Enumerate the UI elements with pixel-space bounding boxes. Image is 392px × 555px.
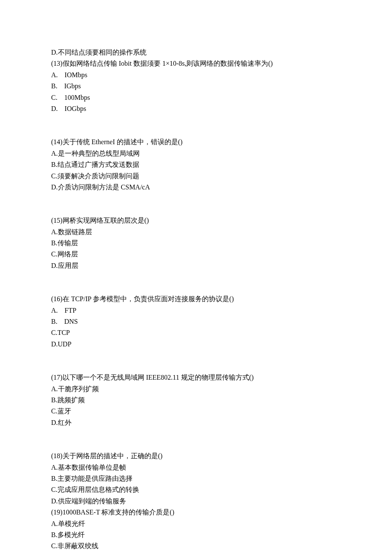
text-line: (18)关于网络层的描述中，正确的是() bbox=[51, 450, 341, 462]
blank-gap bbox=[51, 193, 341, 215]
text-line: A.干脆序列扩频 bbox=[51, 384, 341, 395]
text-line: B.多模光纤 bbox=[51, 529, 341, 540]
text-line: C.须要解决介质访问限制问题 bbox=[51, 171, 341, 182]
text-line: C.TCP bbox=[51, 327, 341, 338]
text-line: (13)假如网络结点传输 Iobit 数据须要 1×10-8s,则该网络的数据传… bbox=[51, 58, 341, 69]
text-line: D.不同结点须要相同的操作系统 bbox=[51, 47, 341, 58]
text-line: B.跳频扩频 bbox=[51, 395, 341, 406]
text-line: C.网络层 bbox=[51, 249, 341, 260]
text-line: (14)关于传统 EtherneI 的描述中，错误的是() bbox=[51, 137, 341, 148]
text-line: B.传输层 bbox=[51, 238, 341, 249]
text-line: A. FTP bbox=[51, 305, 341, 316]
blank-gap bbox=[51, 114, 341, 137]
text-line: C. 100Mbps bbox=[51, 92, 341, 103]
text-line: (19)1000BASE-T 标准支持的传输介质是() bbox=[51, 507, 341, 518]
text-line: D.红外 bbox=[51, 417, 341, 428]
text-line: D.介质访问限制方法是 CSMA/cA bbox=[51, 182, 341, 193]
text-line: A.数据链路层 bbox=[51, 227, 341, 238]
text-line: (15)网桥实现网络互联的层次是() bbox=[51, 215, 341, 226]
text-line: B.主要功能是供应路由选择 bbox=[51, 473, 341, 484]
text-line: D.应用层 bbox=[51, 260, 341, 271]
text-line: B. DNS bbox=[51, 316, 341, 327]
text-line: A.是一种典型的总线型局域网 bbox=[51, 148, 341, 159]
text-line: A.单模光纤 bbox=[51, 518, 341, 529]
blank-gap bbox=[51, 271, 341, 293]
text-line: (16)在 TCP/IP 参考模型中，负责供应面对连接服务的协议是() bbox=[51, 293, 341, 305]
text-line: B. IGbps bbox=[51, 81, 341, 92]
blank-gap bbox=[51, 428, 341, 450]
text-line: (17)以下哪一个不是无线局域网 IEEE802.11 规定的物理层传输方式() bbox=[51, 372, 341, 383]
text-line: B.结点通过广播方式发送数据 bbox=[51, 159, 341, 170]
blank-gap bbox=[51, 350, 341, 372]
text-line: A. IOMbps bbox=[51, 70, 341, 81]
text-line: C.完成应用层信息格式的转换 bbox=[51, 484, 341, 495]
text-line: D. IOGbps bbox=[51, 103, 341, 114]
text-line: A.基本数据传输单位是帧 bbox=[51, 462, 341, 473]
text-line: C.非屏蔽双绞线 bbox=[51, 540, 341, 552]
text-line: D.UDP bbox=[51, 339, 341, 350]
document-page: D.不同结点须要相同的操作系统 (13)假如网络结点传输 Iobit 数据须要 … bbox=[0, 0, 392, 555]
text-line: C.蓝牙 bbox=[51, 406, 341, 417]
text-line: D.供应端到端的传输服务 bbox=[51, 496, 341, 507]
